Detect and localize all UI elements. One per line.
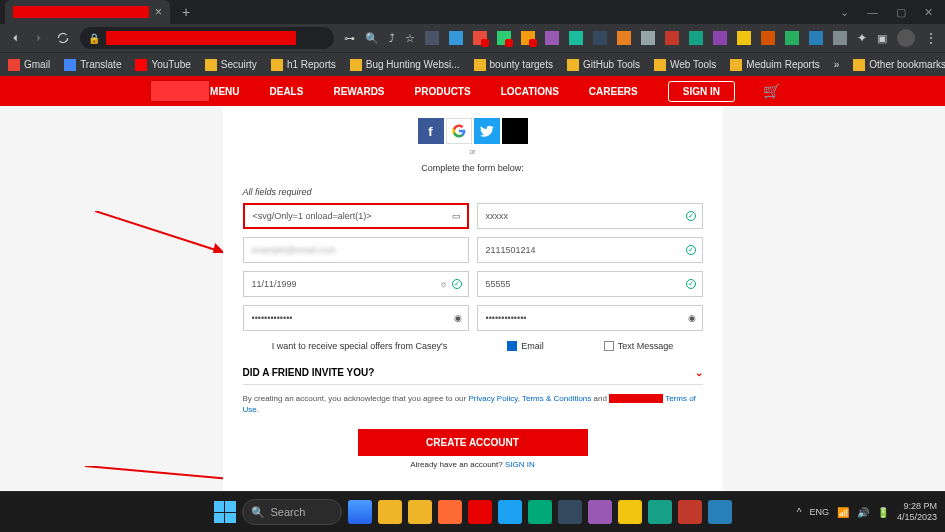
phone-field[interactable]: 2111501214 ✓ — [477, 237, 703, 263]
browser-tab[interactable]: × — [5, 0, 170, 24]
first-name-field[interactable]: <svg/Only=1 onload=alert(1)> ▭ — [243, 203, 469, 229]
extension-icon[interactable] — [737, 31, 751, 45]
task-icon[interactable] — [648, 500, 672, 524]
confirm-password-field[interactable]: ••••••••••••• ◉ — [477, 305, 703, 331]
extension-icon[interactable] — [449, 31, 463, 45]
task-icon[interactable] — [438, 500, 462, 524]
extension-icon[interactable] — [425, 31, 439, 45]
forward-button[interactable] — [32, 31, 46, 45]
profile-icon[interactable] — [897, 29, 915, 47]
task-icon[interactable] — [528, 500, 552, 524]
task-icon[interactable] — [498, 500, 522, 524]
extension-icon[interactable] — [497, 31, 511, 45]
create-account-button[interactable]: CREATE ACCOUNT — [358, 429, 588, 456]
nav-products[interactable]: PRODUCTS — [415, 86, 471, 97]
extension-icon[interactable] — [833, 31, 847, 45]
bookmark-gmail[interactable]: Gmail — [8, 59, 50, 71]
bookmark-translate[interactable]: Translate — [64, 59, 121, 71]
extension-icon[interactable] — [473, 31, 487, 45]
facebook-login-button[interactable]: f — [418, 118, 444, 144]
bookmark-h1-reports[interactable]: h1 Reports — [271, 59, 336, 71]
dob-field[interactable]: 11/11/1999 ☼ ✓ — [243, 271, 469, 297]
extension-icon[interactable] — [761, 31, 775, 45]
apple-login-button[interactable] — [502, 118, 528, 144]
email-checkbox[interactable]: Email — [507, 341, 544, 351]
side-panel-icon[interactable]: ▣ — [877, 32, 887, 45]
menu-icon[interactable]: ⋮ — [925, 31, 937, 45]
nav-rewards[interactable]: REWARDS — [333, 86, 384, 97]
back-button[interactable] — [8, 31, 22, 45]
task-icon[interactable] — [558, 500, 582, 524]
signin-link[interactable]: SIGN IN — [505, 460, 535, 469]
taskbar-search[interactable]: 🔍 Search — [242, 499, 342, 525]
extension-icon[interactable] — [617, 31, 631, 45]
task-icon[interactable] — [678, 500, 702, 524]
star-icon[interactable]: ☆ — [405, 32, 415, 45]
tray-wifi-icon[interactable]: 📶 — [837, 507, 849, 518]
share-icon[interactable]: ⤴ — [389, 32, 395, 44]
task-icon[interactable] — [708, 500, 732, 524]
bookmark-bug-hunting[interactable]: Bug Hunting Websi... — [350, 59, 460, 71]
text-checkbox[interactable]: Text Message — [604, 341, 674, 351]
task-icon[interactable] — [348, 500, 372, 524]
close-tab-icon[interactable]: × — [155, 5, 162, 19]
extension-icon[interactable] — [689, 31, 703, 45]
zoom-icon[interactable]: 🔍 — [365, 32, 379, 45]
bookmark-web-tools[interactable]: Web Tools — [654, 59, 716, 71]
google-login-button[interactable] — [446, 118, 472, 144]
privacy-link[interactable]: Privacy Policy — [468, 394, 517, 403]
bookmark-github-tools[interactable]: GitHub Tools — [567, 59, 640, 71]
nav-deals[interactable]: DEALS — [270, 86, 304, 97]
last-name-field[interactable]: xxxxx ✓ — [477, 203, 703, 229]
nav-signin-button[interactable]: SIGN IN — [668, 81, 735, 102]
task-icon[interactable] — [618, 500, 642, 524]
extensions-button[interactable]: ✦ — [857, 31, 867, 45]
new-tab-button[interactable]: + — [182, 4, 190, 20]
task-icon[interactable] — [468, 500, 492, 524]
email-field[interactable]: example@email.com — [243, 237, 469, 263]
extension-icon[interactable] — [713, 31, 727, 45]
extension-icon[interactable] — [569, 31, 583, 45]
chevron-down-icon[interactable]: ⌄ — [840, 6, 849, 19]
bookmark-youtube[interactable]: YouTube — [135, 59, 190, 71]
eye-icon[interactable]: ◉ — [688, 313, 696, 323]
tray-battery-icon[interactable]: 🔋 — [877, 507, 889, 518]
bookmarks-overflow[interactable]: » — [834, 59, 840, 70]
extension-icon[interactable] — [641, 31, 655, 45]
tray-chevron-icon[interactable]: ^ — [797, 507, 802, 518]
password-field[interactable]: ••••••••••••• ◉ — [243, 305, 469, 331]
tray-clock[interactable]: 9:28 PM 4/15/2023 — [897, 501, 937, 523]
url-bar[interactable]: 🔒 — [80, 27, 334, 49]
nav-careers[interactable]: CAREERS — [589, 86, 638, 97]
friend-invite-toggle[interactable]: DID A FRIEND INVITE YOU? ⌄ — [243, 361, 703, 385]
other-bookmarks[interactable]: Other bookmarks — [853, 59, 945, 71]
extension-icon[interactable] — [785, 31, 799, 45]
reload-button[interactable] — [56, 31, 70, 45]
extension-icon[interactable] — [521, 31, 535, 45]
bookmark-security[interactable]: Secuirty — [205, 59, 257, 71]
extension-icon[interactable] — [809, 31, 823, 45]
close-icon[interactable]: ✕ — [924, 6, 933, 19]
twitter-login-button[interactable] — [474, 118, 500, 144]
bookmark-medium-reports[interactable]: Meduim Reports — [730, 59, 819, 71]
task-icon[interactable] — [378, 500, 402, 524]
extension-icon[interactable] — [665, 31, 679, 45]
minimize-icon[interactable]: — — [867, 6, 878, 19]
nav-menu[interactable]: MENU — [210, 86, 239, 97]
terms-link[interactable]: Terms & Conditions — [522, 394, 591, 403]
eye-icon[interactable]: ◉ — [454, 313, 462, 323]
extension-icon[interactable] — [593, 31, 607, 45]
maximize-icon[interactable]: ▢ — [896, 6, 906, 19]
nav-locations[interactable]: LOCATIONS — [501, 86, 559, 97]
logo-redacted[interactable] — [150, 80, 210, 102]
zip-field[interactable]: 55555 ✓ — [477, 271, 703, 297]
bookmark-bounty-targets[interactable]: bounty targets — [474, 59, 553, 71]
tray-volume-icon[interactable]: 🔊 — [857, 507, 869, 518]
task-icon[interactable] — [408, 500, 432, 524]
task-icon[interactable] — [588, 500, 612, 524]
start-button[interactable] — [214, 501, 236, 523]
tray-language[interactable]: ENG — [809, 507, 829, 517]
extension-icon[interactable] — [545, 31, 559, 45]
key-icon[interactable]: ⊶ — [344, 32, 355, 45]
cart-icon[interactable]: 🛒 — [763, 83, 780, 99]
